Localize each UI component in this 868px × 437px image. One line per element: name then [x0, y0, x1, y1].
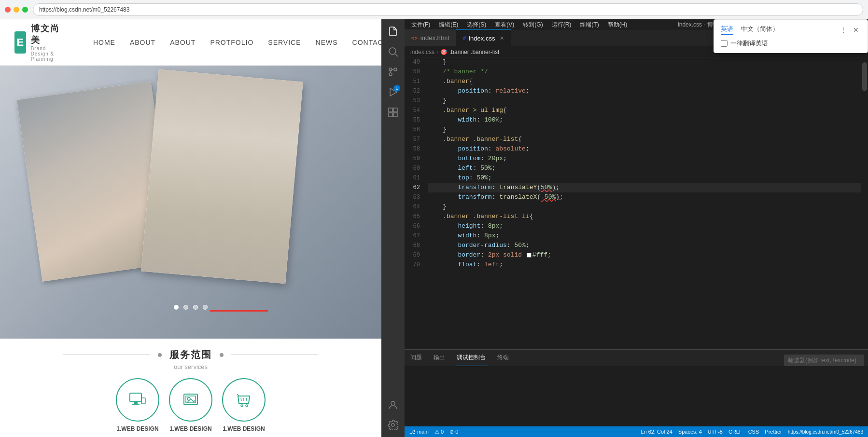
line-num-54: 54	[405, 106, 420, 115]
vs-menu-file[interactable]: 文件(F)	[408, 19, 433, 30]
nav-home[interactable]: HOME	[93, 39, 115, 46]
vs-menu-help[interactable]: 帮助(H)	[605, 19, 630, 30]
vs-bottom-tabs: 问题 输出 调试控制台 终端	[405, 350, 868, 367]
vs-menu-goto[interactable]: 转到(G)	[520, 19, 546, 30]
nav-portfolio[interactable]: PROTFOLIO	[210, 39, 253, 46]
code-line-60: left: 50%;	[428, 164, 864, 173]
activity-files-icon[interactable]	[385, 23, 401, 40]
svg-point-13	[389, 73, 392, 76]
breadcrumb-file[interactable]: index.css	[410, 49, 434, 55]
slider-dot-2[interactable]	[183, 305, 188, 310]
css-file-icon: #	[463, 35, 466, 41]
service-icon-2	[169, 378, 212, 422]
navbar: E 博文尚美 Brand Design & Planning HOME ABOU…	[0, 19, 381, 66]
html-file-icon: <>	[411, 35, 418, 41]
status-branch: ⎇ main	[409, 429, 429, 435]
code-line-62: transform: translateY(50%);	[428, 183, 864, 192]
nav-about2[interactable]: ABOUT	[170, 39, 196, 46]
services-section: 服务范围 our services 1.WEB DESIGN	[0, 339, 381, 437]
nav-service[interactable]: SERVICE	[268, 39, 301, 46]
service-label-2: 1.WEB DESIGN	[169, 425, 211, 432]
close-button[interactable]	[5, 7, 11, 13]
line-num-50: 50	[405, 67, 420, 77]
services-title-row: 服务范围	[0, 348, 381, 361]
tab-css-label: index.css	[469, 35, 495, 42]
logo-icon: E	[14, 31, 26, 54]
translate-actions: ⋮ ✕	[839, 25, 861, 35]
tab-html[interactable]: <> index.html	[405, 29, 456, 46]
slider-dot-4[interactable]	[203, 305, 208, 310]
code-line-64: }	[428, 202, 864, 212]
svg-rect-15	[389, 108, 392, 112]
website-panel: E 博文尚美 Brand Design & Planning HOME ABOU…	[0, 19, 381, 437]
activity-account-icon[interactable]	[385, 396, 401, 413]
logo-tagline: Brand Design & Planning	[31, 46, 64, 62]
minimize-button[interactable]	[14, 7, 19, 13]
activity-settings-icon[interactable]	[385, 417, 401, 433]
bottom-tab-output[interactable]: 输出	[432, 349, 447, 366]
slider-dot-1[interactable]	[174, 305, 179, 310]
status-eol: CRLF	[728, 429, 742, 435]
vs-status-right: Ln 62, Col 24 Spaces: 4 UTF-8 CRLF CSS P…	[641, 429, 863, 435]
translate-close-icon[interactable]: ✕	[851, 25, 861, 35]
activity-git-icon[interactable]	[385, 64, 401, 80]
vs-menu-run[interactable]: 运行(R)	[549, 19, 574, 30]
code-line-70: float: left;	[428, 260, 864, 270]
translate-tab-chinese[interactable]: 中文（简体）	[741, 25, 779, 35]
translate-more-icon[interactable]: ⋮	[839, 25, 848, 35]
vs-menu-select[interactable]: 选择(S)	[464, 19, 489, 30]
line-num-52: 52	[405, 86, 420, 96]
activity-run-icon[interactable]: 1	[385, 84, 401, 100]
activity-extensions-icon[interactable]	[385, 104, 401, 121]
slider-dot-3[interactable]	[193, 305, 198, 310]
status-encoding: UTF-8	[708, 429, 723, 435]
vs-scrollbar-thumb[interactable]	[862, 62, 867, 91]
code-line-67: width: 8px;	[428, 231, 864, 241]
tab-css-close-icon[interactable]: ✕	[500, 35, 504, 41]
vs-menu-terminal[interactable]: 终端(T)	[577, 19, 602, 30]
nav-about1[interactable]: ABOUT	[130, 39, 155, 46]
service-label-3: 1.WEB DESIGN	[223, 425, 265, 432]
vs-activity-bar: 1	[381, 19, 405, 437]
vscode-panel: 1	[381, 19, 868, 437]
maximize-button[interactable]	[22, 7, 28, 13]
line-num-65: 65	[405, 212, 420, 221]
line-num-63: 63	[405, 192, 420, 202]
status-errors: ⚠ 0	[434, 429, 444, 435]
breadcrumb-sep: ›	[436, 49, 438, 55]
code-line-57: .banner .banner-list{	[428, 135, 864, 144]
vs-line-numbers: 49 50 51 52 53 54 55 56 57 58 59 60 61 6…	[405, 57, 424, 349]
nav-contact[interactable]: CONTACT	[352, 39, 381, 46]
bottom-tab-debug[interactable]: 调试控制台	[455, 349, 488, 366]
status-warnings: ⊘ 0	[449, 429, 458, 435]
translate-always-checkbox[interactable]	[721, 40, 728, 47]
address-bar[interactable]: https://blog.csdn.net/m0_52267483	[33, 3, 863, 16]
logo-name: 博文尚美	[31, 23, 64, 46]
breadcrumb-selector[interactable]: .banner .banner-list	[449, 49, 499, 55]
svg-line-10	[395, 54, 398, 57]
tab-html-label: index.html	[420, 34, 449, 41]
url-text: https://blog.csdn.net/m0_52267483	[39, 6, 129, 13]
translate-tab-english[interactable]: 英语	[721, 25, 733, 35]
vs-scrollbar[interactable]	[861, 57, 868, 349]
book-page-right	[141, 69, 303, 284]
hero-book-visual	[29, 75, 309, 278]
nav-links: HOME ABOUT ABOUT PROTFOLIO SERVICE NEWS …	[93, 39, 381, 46]
code-line-69: border: 2px solid #fff;	[428, 250, 864, 260]
bottom-tab-terminal[interactable]: 终端	[495, 349, 511, 366]
code-line-68: border-radius: 50%;	[428, 241, 864, 250]
code-line-55: width: 100%;	[428, 115, 864, 125]
tab-css[interactable]: # index.css ✕	[456, 29, 511, 46]
nav-news[interactable]: NEWS	[316, 39, 338, 46]
services-title: 服务范围	[169, 348, 212, 361]
vs-menu-edit[interactable]: 编辑(E)	[436, 19, 461, 30]
svg-point-19	[391, 401, 395, 405]
book-right-image	[141, 69, 303, 284]
filter-input[interactable]	[784, 355, 864, 366]
activity-search-icon[interactable]	[385, 43, 401, 60]
bottom-tab-problems[interactable]: 问题	[408, 349, 424, 366]
status-url: https://blog.csdn.net/m0_52267483	[788, 429, 863, 435]
vs-code-content[interactable]: } /* banner */ .banner{ position: relati…	[424, 57, 868, 349]
status-language: CSS	[748, 429, 759, 435]
vs-menu-view[interactable]: 查看(V)	[492, 19, 517, 30]
